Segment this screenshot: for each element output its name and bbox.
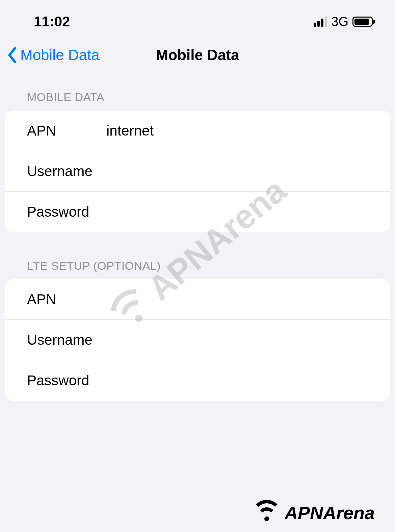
back-button[interactable]: Mobile Data	[7, 47, 100, 64]
username-row[interactable]: Username	[5, 151, 390, 192]
lte-apn-input[interactable]	[106, 291, 376, 308]
apn-row[interactable]: APN	[5, 111, 390, 151]
lte-username-row[interactable]: Username	[5, 320, 390, 360]
username-label: Username	[27, 163, 106, 179]
apn-input[interactable]	[106, 123, 376, 139]
wifi-icon	[252, 500, 282, 525]
lte-apn-label: APN	[27, 291, 106, 308]
password-row[interactable]: Password	[5, 192, 390, 232]
mobile-data-header: MOBILE DATA	[5, 91, 390, 111]
signal-icon	[314, 17, 327, 27]
network-type: 3G	[331, 15, 348, 29]
lte-apn-row[interactable]: APN	[5, 279, 390, 320]
password-input[interactable]	[106, 204, 376, 220]
footer-logo-text: APNArena	[285, 502, 375, 523]
status-time: 11:02	[34, 14, 70, 30]
chevron-left-icon	[7, 47, 17, 63]
footer-logo: APNArena	[252, 500, 375, 525]
lte-password-row[interactable]: Password	[5, 360, 390, 401]
lte-username-input[interactable]	[106, 332, 376, 348]
lte-password-input[interactable]	[106, 372, 376, 389]
lte-setup-header: LTE SETUP (OPTIONAL)	[5, 259, 390, 279]
username-input[interactable]	[106, 163, 376, 179]
page-title: Mobile Data	[156, 47, 239, 64]
content: MOBILE DATA APN Username Password LTE SE…	[0, 77, 395, 401]
password-label: Password	[27, 204, 106, 220]
apn-label: APN	[27, 123, 106, 139]
status-indicators: 3G	[314, 15, 375, 29]
lte-setup-group: APN Username Password	[5, 279, 390, 401]
back-label: Mobile Data	[20, 47, 100, 64]
battery-icon	[352, 17, 375, 27]
lte-password-label: Password	[27, 372, 106, 389]
mobile-data-group: APN Username Password	[5, 111, 390, 232]
status-bar: 11:02 3G	[0, 0, 395, 37]
navigation-bar: Mobile Data Mobile Data	[0, 37, 395, 77]
lte-username-label: Username	[27, 332, 106, 348]
